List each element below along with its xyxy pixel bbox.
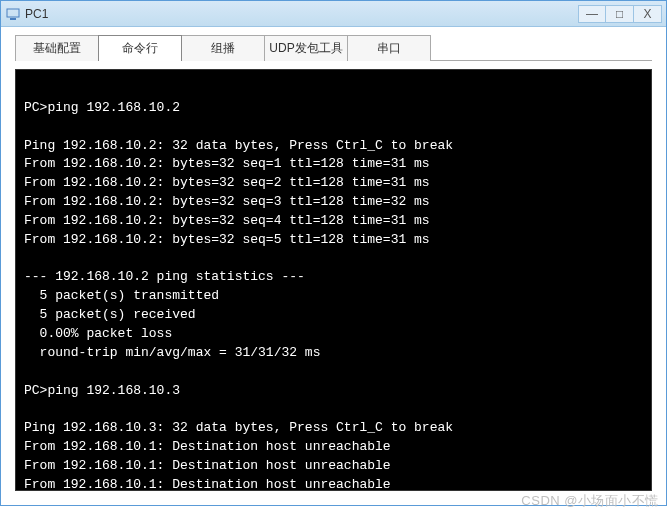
app-icon (5, 6, 21, 22)
window-title: PC1 (25, 7, 578, 21)
app-window: PC1 — □ X 基础配置 命令行 组播 UDP发包工具 串口 PC>ping… (0, 0, 667, 506)
terminal-container: PC>ping 192.168.10.2 Ping 192.168.10.2: … (1, 61, 666, 505)
tab-basic-config[interactable]: 基础配置 (15, 35, 99, 61)
svg-rect-0 (7, 9, 19, 17)
titlebar: PC1 — □ X (1, 1, 666, 27)
tabbar-spacer (430, 35, 652, 61)
tabbar: 基础配置 命令行 组播 UDP发包工具 串口 (1, 27, 666, 61)
svg-rect-1 (10, 18, 16, 20)
terminal[interactable]: PC>ping 192.168.10.2 Ping 192.168.10.2: … (15, 69, 652, 491)
tab-command-line[interactable]: 命令行 (98, 35, 182, 61)
maximize-button[interactable]: □ (606, 5, 634, 23)
tab-multicast[interactable]: 组播 (181, 35, 265, 61)
window-controls: — □ X (578, 5, 662, 23)
tab-udp-tool[interactable]: UDP发包工具 (264, 35, 348, 61)
minimize-button[interactable]: — (578, 5, 606, 23)
tab-serial[interactable]: 串口 (347, 35, 431, 61)
close-button[interactable]: X (634, 5, 662, 23)
